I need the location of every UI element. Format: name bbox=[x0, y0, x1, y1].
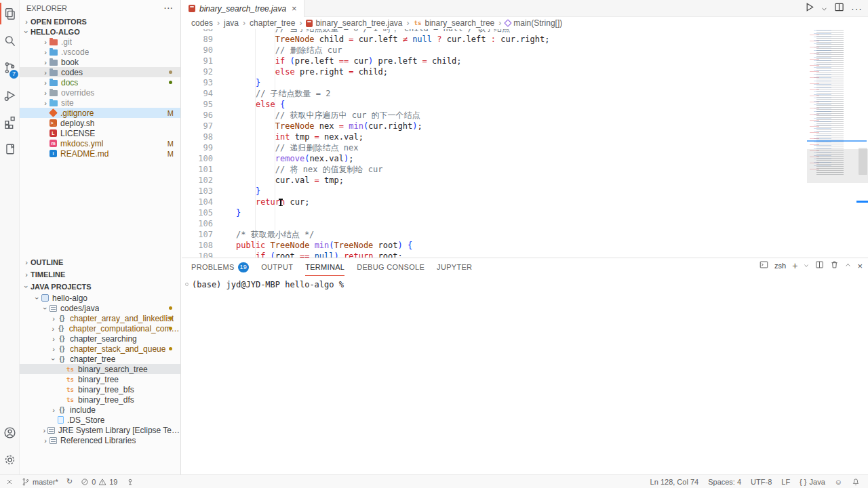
file-row-vscode[interactable]: ›.vscode bbox=[20, 47, 180, 57]
eol-sequence[interactable]: LF bbox=[781, 478, 790, 486]
chevron-right-icon[interactable]: › bbox=[50, 406, 58, 414]
run-dropdown-chevron-icon[interactable] bbox=[821, 3, 827, 15]
run-debug-icon[interactable] bbox=[0, 81, 20, 108]
java-item-binary-tree-bfs[interactable]: tsbinary_tree_bfs bbox=[20, 384, 180, 394]
java-item-chapter-stack-and-queue[interactable]: ›{}chapter_stack_and_queue bbox=[20, 344, 180, 354]
search-icon[interactable] bbox=[0, 27, 20, 54]
chevron-down-icon[interactable]: › bbox=[33, 294, 41, 302]
git-branch-item[interactable]: master* bbox=[22, 478, 58, 486]
java-item-hello-algo[interactable]: ›hello-algo bbox=[20, 293, 180, 303]
timeline-section[interactable]: › TIMELINE bbox=[20, 268, 180, 281]
panel-tab-jupyter[interactable]: JUPYTER bbox=[437, 258, 472, 276]
remote-indicator-icon[interactable] bbox=[5, 478, 14, 486]
code-editor[interactable]: 88 // 当子结点数量 = 0 / 1 时， child = null / 该… bbox=[182, 17, 868, 258]
java-item-label: codes/java bbox=[60, 304, 99, 313]
notifications-bell-icon[interactable] bbox=[852, 478, 860, 486]
file-row-license[interactable]: LLICENSE bbox=[20, 128, 180, 138]
encoding[interactable]: UTF-8 bbox=[751, 478, 772, 486]
explorer-icon[interactable] bbox=[0, 0, 20, 27]
java-item-binary-tree[interactable]: tsbinary_tree bbox=[20, 374, 180, 384]
open-editors-section[interactable]: › OPEN EDITORS bbox=[20, 16, 180, 26]
extensions-icon[interactable] bbox=[0, 108, 20, 136]
breadcrumb-item-codes[interactable]: codes bbox=[191, 18, 213, 28]
new-terminal-icon[interactable]: + bbox=[792, 260, 797, 271]
java-item-referenced-libraries[interactable]: ›Referenced Libraries bbox=[20, 435, 180, 445]
breadcrumb-item-java[interactable]: java bbox=[213, 18, 239, 28]
java-item-codes-java[interactable]: ›codes/java bbox=[20, 303, 180, 313]
file-row-book[interactable]: ›book bbox=[20, 57, 180, 67]
close-icon[interactable]: × bbox=[292, 3, 297, 14]
file-row-docs[interactable]: ›docs bbox=[20, 77, 180, 87]
java-item-chapter-computational-complexity[interactable]: ›{}chapter_computational_complexity bbox=[20, 323, 180, 333]
accounts-icon[interactable] bbox=[0, 419, 20, 446]
feedback-icon[interactable]: ☺ bbox=[835, 478, 842, 486]
indentation[interactable]: Spaces: 4 bbox=[708, 478, 741, 486]
java-item-jre-system-library-eclipse-temurin-17-17[interactable]: ›JRE System Library [Eclipse Temurin 17 … bbox=[20, 425, 180, 435]
ports-icon[interactable] bbox=[126, 478, 134, 486]
outline-section[interactable]: › OUTLINE bbox=[20, 256, 180, 268]
settings-gear-icon[interactable] bbox=[0, 446, 20, 473]
language-mode[interactable]: { } Java bbox=[800, 478, 825, 486]
chevron-down-icon[interactable]: › bbox=[41, 304, 50, 312]
chevron-right-icon[interactable]: › bbox=[50, 345, 58, 353]
file-row-deploy-sh[interactable]: >_deploy.sh bbox=[20, 118, 180, 128]
cursor-position[interactable]: Ln 128, Col 74 bbox=[650, 478, 699, 486]
file-row-git[interactable]: ›.git bbox=[20, 37, 180, 47]
sync-icon[interactable]: ↻ bbox=[66, 477, 73, 486]
source-control-icon[interactable]: 7 bbox=[0, 54, 20, 81]
file-label: deploy.sh bbox=[60, 119, 94, 128]
chevron-right-icon[interactable]: › bbox=[50, 335, 58, 343]
code-line-97: 97 TreeNode nex = min(cur.right); bbox=[182, 121, 868, 131]
panel-tab-terminal[interactable]: TERMINAL bbox=[305, 258, 344, 276]
split-editor-icon[interactable] bbox=[834, 2, 844, 15]
modified-dot-badge bbox=[169, 81, 172, 84]
chevron-right-icon[interactable]: › bbox=[41, 426, 47, 434]
chevron-down-icon[interactable]: › bbox=[50, 355, 58, 363]
root-folder-section[interactable]: › HELLO-ALGO bbox=[20, 26, 180, 37]
file-tree: ›.git›.vscode›book›codes›docs›overrides›… bbox=[20, 37, 180, 159]
chevron-right-icon[interactable]: › bbox=[50, 314, 58, 323]
chevron-right-icon: › bbox=[41, 48, 50, 56]
java-item-binary-search-tree[interactable]: tsbinary_search_tree bbox=[20, 364, 180, 374]
explorer-more-icon[interactable]: ··· bbox=[164, 4, 174, 12]
file-row-mkdocs-yml[interactable]: mmkdocs.ymlM bbox=[20, 138, 180, 148]
tab-binary-search-tree[interactable]: binary_search_tree.java × bbox=[182, 0, 304, 17]
line-text: // 获取中序遍历中 cur 的下一个结点 bbox=[236, 110, 420, 120]
chevron-right-icon bbox=[41, 129, 50, 138]
chevron-right-icon[interactable]: › bbox=[41, 436, 50, 445]
file-row-site[interactable]: ›site bbox=[20, 98, 180, 108]
run-button[interactable] bbox=[804, 2, 814, 15]
java-item-chapter-searching[interactable]: ›{}chapter_searching bbox=[20, 333, 180, 344]
breadcrumb-item-binary-search-tree[interactable]: tsbinary_search_tree bbox=[403, 18, 495, 28]
file-row-overrides[interactable]: ›overrides bbox=[20, 87, 180, 98]
notebook-icon[interactable] bbox=[0, 136, 20, 163]
java-item-include[interactable]: ›{}include bbox=[20, 405, 180, 415]
more-actions-icon[interactable]: ··· bbox=[851, 3, 863, 14]
split-terminal-icon[interactable] bbox=[815, 260, 824, 271]
java-item-chapter-tree[interactable]: ›{}chapter_tree bbox=[20, 354, 180, 364]
method-symbol-icon bbox=[505, 19, 512, 26]
java-item-binary-tree-dfs[interactable]: tsbinary_tree_dfs bbox=[20, 394, 180, 405]
java-item-ds-store[interactable]: .DS_Store bbox=[20, 415, 180, 425]
breadcrumb-item-binary-search-tree-java[interactable]: binary_search_tree.java bbox=[295, 18, 402, 28]
close-panel-icon[interactable]: × bbox=[857, 261, 863, 271]
breadcrumb-item-chapter-tree[interactable]: chapter_tree bbox=[239, 18, 295, 28]
file-row-codes[interactable]: ›codes bbox=[20, 67, 180, 77]
java-item-chapter-array-and-linkedlist[interactable]: ›{}chapter_array_and_linkedlist bbox=[20, 313, 180, 323]
shell-selector[interactable]: zsh bbox=[774, 262, 786, 270]
problems-summary[interactable]: 0 19 bbox=[81, 478, 117, 486]
terminal-shell-icon[interactable] bbox=[760, 260, 768, 271]
java-projects-section[interactable]: › JAVA PROJECTS bbox=[20, 281, 180, 293]
terminal-dropdown-chevron-icon[interactable] bbox=[804, 261, 809, 270]
tab-bar: binary_search_tree.java × bbox=[182, 0, 868, 17]
file-row-gitignore[interactable]: .gitignoreM bbox=[20, 108, 180, 118]
file-row-readme-md[interactable]: iREADME.mdM bbox=[20, 148, 180, 159]
chevron-right-icon[interactable]: › bbox=[50, 325, 57, 333]
panel-tab-problems[interactable]: PROBLEMS19 bbox=[191, 258, 249, 276]
maximize-panel-chevron-icon[interactable] bbox=[845, 261, 851, 270]
panel-tab-output[interactable]: OUTPUT bbox=[261, 258, 293, 276]
terminal-prompt[interactable]: (base) jyd@JYD-MBP hello-algo % bbox=[192, 280, 344, 289]
breadcrumb-item-main-string[interactable]: main(String[]) bbox=[494, 18, 562, 28]
panel-tab-debug-console[interactable]: DEBUG CONSOLE bbox=[357, 258, 425, 276]
kill-terminal-icon[interactable] bbox=[830, 260, 839, 271]
